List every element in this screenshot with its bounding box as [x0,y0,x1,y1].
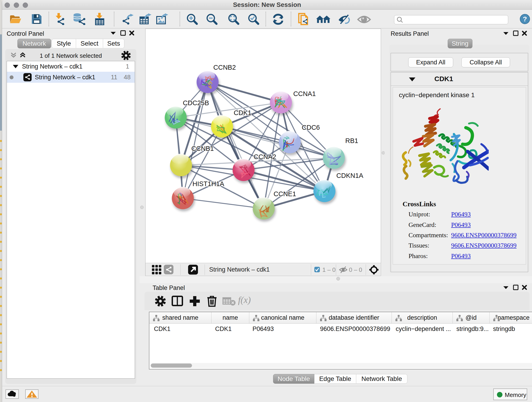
svg-text:HIST1H1A: HIST1H1A [192,180,224,187]
svg-text:CDKN1A: CDKN1A [336,172,363,179]
svg-text:CDK1: CDK1 [234,109,251,116]
svg-text:?: ? [523,15,527,23]
svg-text:CDC6: CDC6 [302,124,320,131]
svg-text:RB1: RB1 [345,137,358,144]
svg-text:CDC25B: CDC25B [183,99,209,107]
svg-text:CCNB1: CCNB1 [191,145,214,152]
svg-text:CCNA1: CCNA1 [293,90,316,97]
svg-text:CCNE1: CCNE1 [273,190,296,198]
svg-text:CCNA2: CCNA2 [254,153,276,160]
svg-text:CCNB2: CCNB2 [213,64,236,71]
